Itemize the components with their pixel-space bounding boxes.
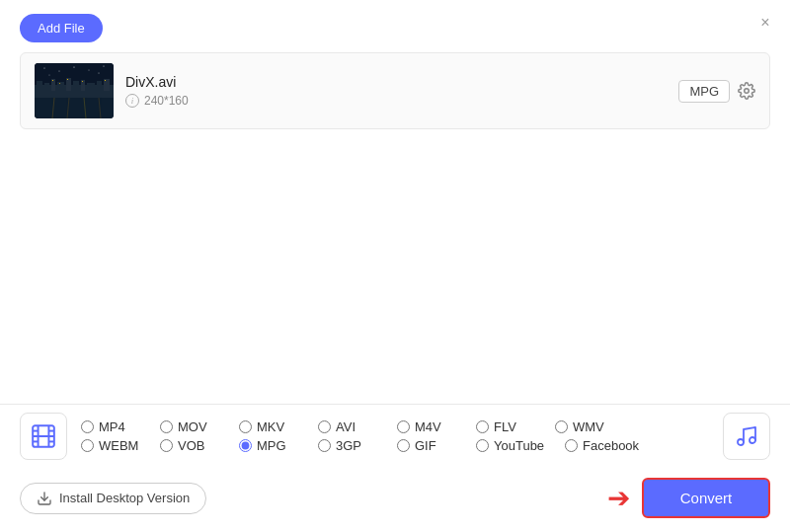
install-desktop-button[interactable]: Install Desktop Version: [20, 483, 206, 514]
format-label-m4v: M4V: [415, 419, 441, 434]
format-label-mpg: MPG: [257, 438, 286, 453]
format-option-gif[interactable]: GIF: [397, 438, 476, 453]
format-label-3gp: 3GP: [336, 438, 361, 453]
svg-rect-19: [104, 79, 110, 91]
format-option-m4v[interactable]: M4V: [397, 419, 476, 434]
svg-point-5: [89, 70, 90, 71]
svg-rect-14: [66, 78, 71, 91]
format-label-youtube: YouTube: [494, 438, 544, 453]
video-format-icon[interactable]: [20, 413, 67, 460]
content-area: [0, 129, 790, 366]
format-label-vob: VOB: [178, 438, 204, 453]
svg-point-39: [738, 439, 744, 445]
format-radio-3gp[interactable]: [318, 439, 331, 452]
file-meta: i 240*160: [125, 94, 667, 108]
svg-point-4: [74, 67, 75, 68]
format-radio-youtube[interactable]: [476, 439, 489, 452]
svg-rect-18: [97, 81, 102, 91]
format-option-mpg[interactable]: MPG: [239, 438, 318, 453]
format-option-avi[interactable]: AVI: [318, 419, 397, 434]
svg-rect-29: [59, 83, 60, 84]
svg-rect-15: [73, 81, 79, 91]
file-list: DivX.avi i 240*160 MPG: [20, 52, 770, 129]
svg-point-6: [104, 66, 105, 67]
format-label-gif: GIF: [415, 438, 436, 453]
format-option-webm[interactable]: WEBM: [81, 438, 160, 453]
bottom-panel: MP4 MOV MKV AVI M4V: [0, 404, 790, 532]
svg-rect-20: [35, 98, 114, 118]
format-radio-mp4[interactable]: [81, 420, 94, 433]
format-option-flv[interactable]: FLV: [476, 419, 555, 434]
format-label-facebook: Facebook: [583, 438, 639, 453]
file-name: DivX.avi: [125, 74, 667, 90]
file-dimensions: 240*160: [144, 94, 189, 108]
format-label-mp4: MP4: [99, 419, 125, 434]
format-label-webm: WEBM: [99, 438, 138, 453]
format-radio-m4v[interactable]: [397, 420, 410, 433]
format-selector: MP4 MOV MKV AVI M4V: [0, 405, 790, 468]
audio-format-icon[interactable]: [723, 413, 770, 460]
format-label-mkv: MKV: [257, 419, 284, 434]
format-option-youtube[interactable]: YouTube: [476, 438, 565, 453]
format-label-wmv: WMV: [573, 419, 604, 434]
close-button[interactable]: ×: [754, 12, 776, 34]
format-radio-mpg[interactable]: [239, 439, 252, 452]
format-radio-flv[interactable]: [476, 420, 489, 433]
format-radio-webm[interactable]: [81, 439, 94, 452]
format-option-facebook[interactable]: Facebook: [565, 438, 654, 453]
format-option-wmv[interactable]: WMV: [555, 419, 634, 434]
svg-point-7: [49, 75, 50, 76]
info-icon: i: [125, 94, 139, 108]
format-option-mp4[interactable]: MP4: [81, 419, 160, 434]
format-radio-mkv[interactable]: [239, 420, 252, 433]
download-icon: [37, 491, 52, 506]
add-file-button[interactable]: Add File: [20, 14, 103, 42]
svg-point-8: [99, 73, 100, 74]
format-option-3gp[interactable]: 3GP: [318, 438, 397, 453]
svg-rect-17: [87, 83, 95, 91]
format-radio-gif[interactable]: [397, 439, 410, 452]
arrow-convert-group: ➔ Convert: [607, 478, 770, 518]
install-label: Install Desktop Version: [59, 491, 190, 505]
format-radio-wmv[interactable]: [555, 420, 568, 433]
svg-point-2: [44, 68, 45, 69]
format-radio-vob[interactable]: [160, 439, 173, 452]
header: Add File: [0, 0, 790, 52]
format-option-mov[interactable]: MOV: [160, 419, 239, 434]
music-icon: [735, 424, 758, 448]
format-option-mkv[interactable]: MKV: [239, 419, 318, 434]
svg-rect-27: [82, 81, 83, 82]
svg-rect-28: [105, 80, 106, 81]
file-item: DivX.avi i 240*160 MPG: [21, 53, 769, 128]
arrow-right-icon: ➔: [607, 485, 630, 512]
svg-rect-25: [52, 80, 53, 81]
film-icon: [31, 423, 56, 449]
svg-rect-11: [44, 83, 49, 91]
file-info: DivX.avi i 240*160: [125, 74, 667, 108]
format-radio-facebook[interactable]: [565, 439, 578, 452]
svg-rect-10: [37, 81, 42, 91]
format-option-vob[interactable]: VOB: [160, 438, 239, 453]
format-label-mov: MOV: [178, 419, 207, 434]
action-bar: Install Desktop Version ➔ Convert: [0, 468, 790, 532]
close-icon: ×: [760, 14, 769, 32]
convert-button[interactable]: Convert: [642, 478, 770, 518]
format-badge-button[interactable]: MPG: [678, 80, 730, 103]
format-radio-mov[interactable]: [160, 420, 173, 433]
format-label-flv: FLV: [494, 419, 516, 434]
gear-icon: [738, 82, 755, 100]
svg-point-3: [59, 71, 60, 72]
format-label-avi: AVI: [336, 419, 356, 434]
file-thumbnail: [35, 63, 114, 118]
svg-point-30: [745, 89, 750, 94]
svg-rect-13: [57, 82, 64, 91]
settings-button[interactable]: [738, 82, 755, 100]
file-actions: MPG: [678, 80, 755, 103]
format-radio-avi[interactable]: [318, 420, 331, 433]
svg-rect-26: [67, 79, 68, 80]
